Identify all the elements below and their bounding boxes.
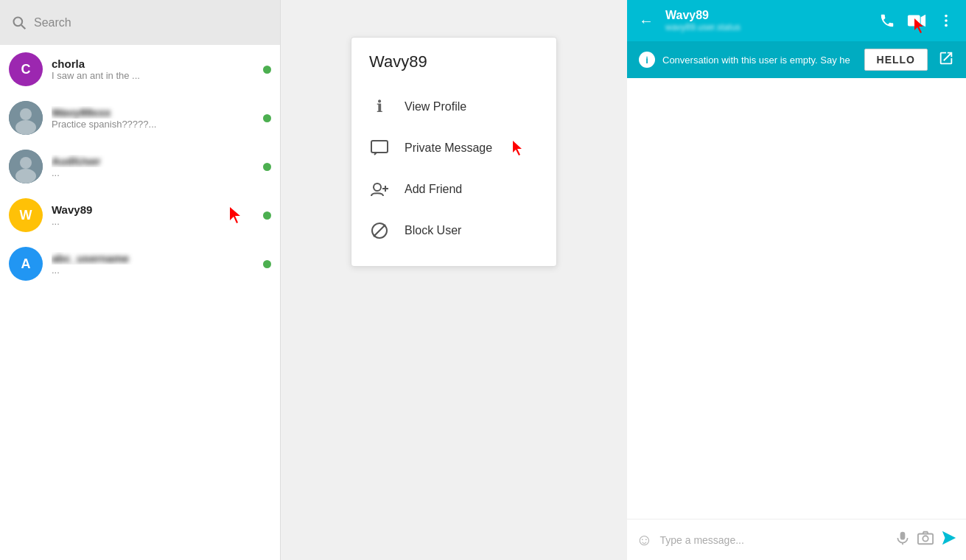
svg-marker-8 — [230, 207, 240, 223]
contact-item-wavy89-2[interactable]: Wavy89xxx Practice spanish?????... — [0, 94, 280, 142]
menu-item-view-profile[interactable]: ℹ View Profile — [351, 86, 556, 127]
back-button[interactable]: ← — [639, 13, 654, 29]
block-circle-icon — [371, 222, 388, 239]
svg-point-20 — [945, 19, 948, 22]
info-icon: ℹ — [369, 97, 390, 117]
phone-icon[interactable] — [879, 13, 895, 29]
message-input[interactable] — [659, 534, 888, 546]
avatar-user3 — [9, 150, 43, 183]
contact-list: C chorla I saw an ant in the ... Wavy89x… — [0, 45, 280, 560]
add-friend-label: Add Friend — [405, 183, 462, 196]
svg-point-0 — [14, 17, 23, 26]
search-icon — [12, 15, 27, 30]
avatar-user-a: A — [9, 247, 43, 281]
contact-info-wavy89-2: Wavy89xxx Practice spanish?????... — [52, 106, 254, 130]
camera-button[interactable] — [917, 531, 934, 549]
svg-point-7 — [15, 169, 36, 183]
block-user-label: Block User — [405, 224, 461, 237]
notification-bar: i Conversation with this user is empty. … — [627, 41, 966, 78]
notification-info-icon: i — [639, 52, 655, 68]
chat-header: ← Wavy89 wavy89.user.status — [627, 0, 966, 41]
svg-line-15 — [374, 225, 385, 237]
search-bar[interactable]: Search — [0, 0, 280, 45]
contact-name-wavy89: Wavy89 — [52, 203, 254, 216]
avatar-img-3 — [9, 150, 43, 183]
svg-rect-9 — [371, 141, 388, 153]
message-icon — [369, 138, 390, 158]
svg-point-21 — [945, 24, 948, 27]
avatar-wavy89-2 — [9, 101, 43, 135]
svg-marker-10 — [513, 141, 522, 155]
online-indicator-wavy89 — [263, 211, 271, 220]
chat-input-bar: ☺ — [627, 519, 966, 560]
blurred-name-3: AudiUser — [52, 155, 101, 167]
blurred-name: Wavy89xxx — [52, 106, 111, 119]
svg-point-6 — [20, 157, 32, 169]
external-link-icon[interactable] — [938, 50, 954, 70]
send-button[interactable] — [941, 530, 957, 550]
svg-marker-18 — [914, 18, 923, 33]
send-arrow-icon — [941, 530, 957, 546]
online-indicator-user3 — [263, 163, 271, 171]
menu-item-block-user[interactable]: Block User — [351, 210, 556, 251]
chat-header-status: wavy89.user.status — [665, 22, 870, 32]
svg-point-3 — [20, 108, 32, 120]
cursor-arrow-video — [914, 18, 926, 33]
microphone-button[interactable] — [895, 530, 910, 550]
block-icon — [369, 220, 390, 241]
contact-info-chorla: chorla I saw an ant in the ... — [52, 57, 254, 81]
private-message-label: Private Message — [405, 141, 492, 155]
contact-item-user-a[interactable]: A abc_username ... — [0, 239, 280, 288]
svg-point-25 — [923, 536, 928, 541]
more-options-icon[interactable] — [938, 13, 954, 29]
contact-preview-chorla: I saw an ant in the ... — [52, 70, 254, 81]
svg-rect-22 — [900, 532, 906, 540]
hello-button[interactable]: HELLO — [864, 49, 928, 71]
contact-info-user-a: abc_username ... — [52, 252, 254, 276]
avatar-wavy89: W — [9, 198, 43, 232]
contact-name-wavy89-2: Wavy89xxx — [52, 106, 254, 119]
svg-point-19 — [945, 15, 948, 18]
online-indicator-wavy89-2 — [263, 114, 271, 122]
blurred-status: wavy89.user.status — [665, 22, 741, 32]
menu-item-private-message[interactable]: Private Message — [351, 127, 556, 169]
contact-name-user3: AudiUser — [52, 155, 254, 167]
svg-marker-26 — [942, 531, 956, 544]
contact-preview-user-a: ... — [52, 265, 254, 276]
add-friend-icon — [369, 179, 390, 200]
avatar-img — [9, 101, 43, 135]
chat-bubble-icon — [371, 140, 388, 156]
svg-line-1 — [21, 24, 25, 28]
header-actions — [879, 13, 954, 29]
right-panel: ← Wavy89 wavy89.user.status — [627, 0, 966, 560]
contact-name-user-a: abc_username — [52, 252, 254, 265]
contact-preview-user3: ... — [52, 167, 254, 178]
contact-preview-wavy89: ... — [52, 216, 254, 227]
avatar-chorla: C — [9, 52, 43, 86]
video-icon-wrapper — [907, 13, 926, 29]
contact-info-user3: AudiUser ... — [52, 155, 254, 178]
contact-name-chorla: chorla — [52, 57, 254, 70]
blurred-name-a: abc_username — [52, 252, 129, 265]
online-indicator-user-a — [263, 260, 271, 268]
cursor-arrow-contact — [230, 207, 243, 223]
contact-item-user3[interactable]: AudiUser ... — [0, 142, 280, 191]
notification-text: Conversation with this user is empty. Sa… — [662, 55, 857, 66]
emoji-button[interactable]: ☺ — [636, 531, 652, 550]
contact-item-wavy89[interactable]: W Wavy89 ... — [0, 191, 280, 239]
search-placeholder: Search — [34, 16, 71, 29]
cursor-arrow-menu — [513, 141, 525, 155]
chat-body — [627, 78, 966, 519]
menu-item-add-friend[interactable]: Add Friend — [351, 169, 556, 210]
view-profile-label: View Profile — [405, 100, 466, 113]
open-external-icon — [938, 50, 954, 66]
online-indicator-chorla — [263, 66, 271, 74]
contact-item-chorla[interactable]: C chorla I saw an ant in the ... — [0, 45, 280, 94]
context-menu-title: Wavy89 — [351, 52, 556, 86]
chat-header-name: Wavy89 — [665, 9, 870, 22]
context-menu: Wavy89 ℹ View Profile Private Message — [351, 37, 557, 267]
middle-area: Wavy89 ℹ View Profile Private Message — [281, 0, 627, 560]
svg-point-4 — [15, 120, 36, 135]
camera-icon — [917, 531, 934, 545]
chat-header-info: Wavy89 wavy89.user.status — [665, 9, 870, 32]
